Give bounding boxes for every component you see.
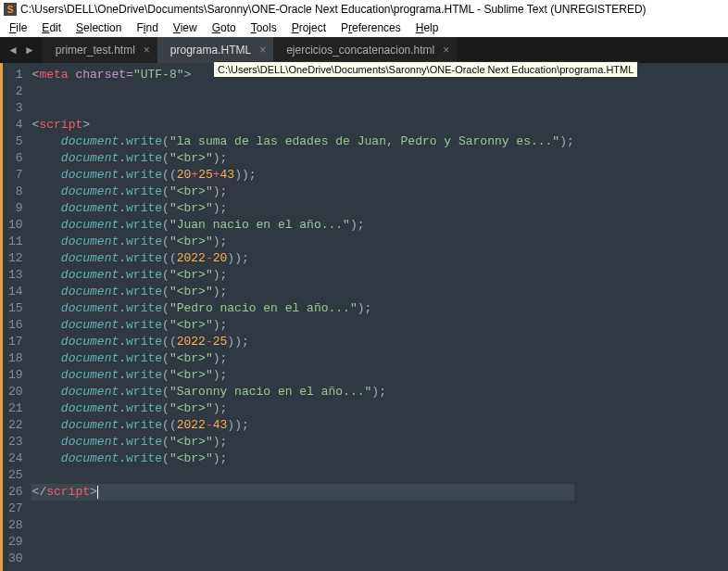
- code-area[interactable]: <meta charset="UTF-8"> <script> document…: [32, 63, 574, 571]
- code-line[interactable]: document.write("<br>");: [32, 450, 574, 467]
- line-number: 26: [8, 484, 23, 501]
- app-icon: S: [4, 3, 17, 16]
- line-number: 12: [8, 250, 23, 267]
- code-line[interactable]: document.write("<br>");: [32, 150, 574, 167]
- menu-goto[interactable]: Goto: [205, 19, 244, 36]
- code-line[interactable]: [32, 83, 574, 100]
- code-line[interactable]: document.write("<br>");: [32, 267, 574, 284]
- line-number: 13: [8, 267, 23, 284]
- menu-tools[interactable]: Tools: [244, 19, 284, 36]
- menu-file[interactable]: File: [2, 19, 34, 36]
- code-line[interactable]: document.write("<br>");: [32, 184, 574, 200]
- line-number: 15: [8, 300, 23, 317]
- code-line[interactable]: [32, 517, 574, 534]
- line-number: 3: [8, 100, 23, 117]
- tab[interactable]: programa.HTML×: [157, 37, 273, 63]
- code-line[interactable]: document.write("Pedro nacio en el año...…: [32, 300, 574, 317]
- line-number: 22: [8, 417, 23, 434]
- line-number: 6: [8, 150, 23, 167]
- line-number: 27: [8, 501, 23, 517]
- code-line[interactable]: document.write("Saronny nacio en el año.…: [32, 384, 574, 400]
- line-number: 23: [8, 434, 23, 450]
- code-line[interactable]: document.write("<br>");: [32, 200, 574, 217]
- line-number: 16: [8, 317, 23, 334]
- code-line[interactable]: document.write("<br>");: [32, 400, 574, 417]
- code-line[interactable]: document.write("Juan nacio en el año..."…: [32, 217, 574, 234]
- code-line[interactable]: document.write("<br>");: [32, 317, 574, 334]
- line-number: 28: [8, 517, 23, 534]
- menu-preferences[interactable]: Preferences: [333, 19, 408, 36]
- menubar: File Edit Selection Find View Goto Tools…: [0, 19, 728, 37]
- code-line[interactable]: </script>: [31, 484, 574, 501]
- code-line[interactable]: <script>: [32, 117, 574, 133]
- code-line[interactable]: document.write((2022-43));: [32, 417, 574, 434]
- line-number: 7: [8, 167, 23, 184]
- tab-label: primer_test.html: [56, 44, 135, 57]
- window-title: C:\Users\DELL\OneDrive\Documents\Saronny…: [20, 3, 646, 16]
- line-number: 5: [8, 133, 23, 150]
- nav-arrows: ◄ ►: [0, 44, 43, 57]
- menu-find[interactable]: Find: [129, 19, 165, 36]
- code-line[interactable]: document.write("la suma de las edades de…: [32, 133, 574, 150]
- tab-tooltip: C:\Users\DELL\OneDrive\Documents\Saronny…: [213, 61, 638, 78]
- tab-label: programa.HTML: [170, 44, 251, 57]
- line-number: 1: [8, 67, 23, 83]
- tab-label: ejercicios_concatenacion.html: [286, 44, 434, 57]
- code-line[interactable]: [32, 501, 574, 517]
- line-number: 8: [8, 184, 23, 200]
- nav-back-icon[interactable]: ◄: [7, 44, 19, 57]
- line-number: 30: [8, 551, 23, 567]
- close-icon[interactable]: ×: [259, 44, 266, 56]
- menu-edit[interactable]: Edit: [34, 19, 69, 36]
- line-number: 21: [8, 400, 23, 417]
- line-number: 9: [8, 200, 23, 217]
- line-number: 20: [8, 384, 23, 400]
- line-number: 11: [8, 234, 23, 250]
- editor[interactable]: 1234567891011121314151617181920212223242…: [0, 63, 728, 571]
- line-number: 24: [8, 450, 23, 467]
- line-number: 4: [8, 117, 23, 133]
- line-number: 19: [8, 367, 23, 384]
- code-line[interactable]: document.write((20+25+43));: [32, 167, 574, 184]
- code-line[interactable]: document.write((2022-20));: [32, 250, 574, 267]
- code-line[interactable]: [32, 534, 574, 551]
- menu-selection[interactable]: Selection: [69, 19, 129, 36]
- tab[interactable]: ejercicios_concatenacion.html×: [273, 37, 457, 63]
- menu-view[interactable]: View: [166, 19, 205, 36]
- line-number: 18: [8, 350, 23, 367]
- code-line[interactable]: [32, 551, 574, 567]
- code-line[interactable]: document.write((2022-25));: [32, 334, 574, 350]
- line-number: 14: [8, 284, 23, 300]
- code-line[interactable]: document.write("<br>");: [32, 367, 574, 384]
- line-number: 17: [8, 334, 23, 350]
- nav-forward-icon[interactable]: ►: [24, 44, 35, 57]
- line-number: 29: [8, 534, 23, 551]
- menu-project[interactable]: Project: [284, 19, 333, 36]
- code-line[interactable]: document.write("<br>");: [32, 234, 574, 250]
- line-number-gutter: 1234567891011121314151617181920212223242…: [3, 63, 32, 571]
- tab[interactable]: primer_test.html×: [43, 37, 157, 63]
- code-line[interactable]: [32, 467, 574, 484]
- line-number: 25: [8, 467, 23, 484]
- tab-row: ◄ ► primer_test.html×programa.HTML×ejerc…: [0, 37, 728, 63]
- line-number: 10: [8, 217, 23, 234]
- titlebar: S C:\Users\DELL\OneDrive\Documents\Saron…: [0, 0, 728, 19]
- menu-help[interactable]: Help: [408, 19, 446, 36]
- line-number: 2: [8, 83, 23, 100]
- close-icon[interactable]: ×: [443, 44, 449, 56]
- code-line[interactable]: document.write("<br>");: [32, 284, 574, 300]
- code-line[interactable]: document.write("<br>");: [32, 434, 574, 450]
- close-icon[interactable]: ×: [144, 44, 150, 56]
- code-line[interactable]: document.write("<br>");: [32, 350, 574, 367]
- code-line[interactable]: [32, 100, 574, 117]
